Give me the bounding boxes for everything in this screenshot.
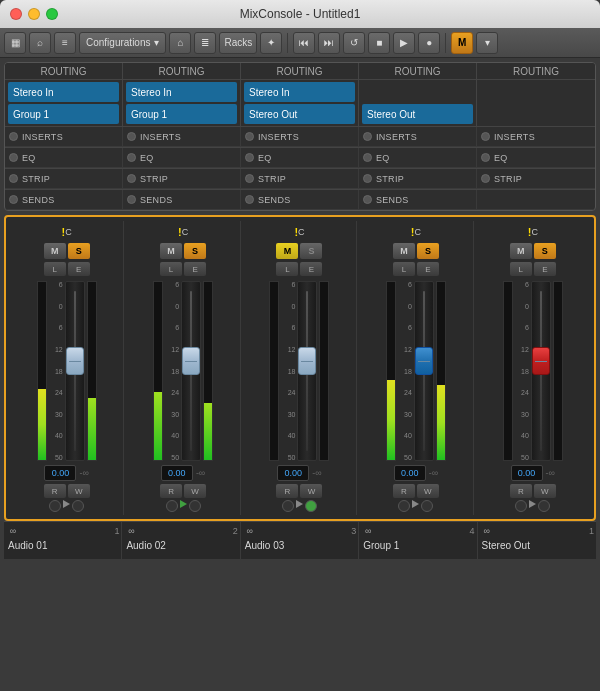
mute-button-5[interactable]: M	[510, 243, 532, 259]
monitor-button-1[interactable]	[63, 500, 70, 508]
monitor-button-5[interactable]	[529, 500, 536, 508]
close-button[interactable]	[10, 8, 22, 20]
write-button-4[interactable]: W	[417, 484, 439, 498]
listen-button-2[interactable]: L	[160, 262, 182, 276]
monitor-button-4[interactable]	[412, 500, 419, 508]
fader-handle-5[interactable]	[532, 347, 550, 375]
fader-handle-3[interactable]	[298, 347, 316, 375]
read-button-1[interactable]: R	[44, 484, 66, 498]
read-button-2[interactable]: R	[160, 484, 182, 498]
solo-button-5[interactable]: S	[534, 243, 556, 259]
fader-value-3[interactable]: 0.00	[277, 465, 309, 481]
solo-button-1[interactable]: S	[68, 243, 90, 259]
listen-button-4[interactable]: L	[393, 262, 415, 276]
rewind-button[interactable]: ⏮	[293, 32, 315, 54]
channel-name-4[interactable]: Group 1	[361, 539, 474, 552]
write-button-3[interactable]: W	[300, 484, 322, 498]
fader-handle-1[interactable]	[66, 347, 84, 375]
grid-view-button[interactable]: ▦	[4, 32, 26, 54]
fader-handle-2[interactable]	[182, 347, 200, 375]
loop-button[interactable]: ↺	[343, 32, 365, 54]
home-button[interactable]: ⌂	[169, 32, 191, 54]
monitor-dot-3[interactable]	[305, 500, 317, 512]
write-button-2[interactable]: W	[184, 484, 206, 498]
monitor-dot-5[interactable]	[538, 500, 550, 512]
expand-button[interactable]: ▾	[476, 32, 498, 54]
record-button[interactable]: ●	[418, 32, 440, 54]
channel-name-3[interactable]: Audio 03	[243, 539, 356, 552]
fader-track-2[interactable]	[181, 281, 201, 461]
routing-slot-4-bot[interactable]: Stereo Out	[362, 104, 473, 124]
fader-track-5[interactable]	[531, 281, 551, 461]
link-icon-4[interactable]: ∞	[361, 524, 375, 538]
link-icon-2[interactable]: ∞	[124, 524, 138, 538]
fader-track-3[interactable]	[297, 281, 317, 461]
listen-button-5[interactable]: L	[510, 262, 532, 276]
configurations-dropdown[interactable]: Configurations ▾	[79, 32, 166, 54]
channel-name-5[interactable]: Stereo Out	[480, 539, 594, 552]
write-button-5[interactable]: W	[534, 484, 556, 498]
monitor-button-3[interactable]	[296, 500, 303, 508]
record-arm-button-1[interactable]	[49, 500, 61, 512]
play-button[interactable]: ▶	[393, 32, 415, 54]
routing-slot-3-top[interactable]: Stereo In	[244, 82, 355, 102]
routing-slot-4-top[interactable]	[362, 82, 473, 102]
routing-slot-5-top[interactable]	[480, 82, 592, 102]
monitor-dot-2[interactable]	[189, 500, 201, 512]
link-icon-3[interactable]: ∞	[243, 524, 257, 538]
edit-button-4[interactable]: E	[417, 262, 439, 276]
solo-button-4[interactable]: S	[417, 243, 439, 259]
channel-name-2[interactable]: Audio 02	[124, 539, 237, 552]
record-arm-button-4[interactable]	[398, 500, 410, 512]
fast-forward-button[interactable]: ⏭	[318, 32, 340, 54]
list-button[interactable]: ≣	[194, 32, 216, 54]
routing-slot-1-top[interactable]: Stereo In	[8, 82, 119, 102]
mute-button-4[interactable]: M	[393, 243, 415, 259]
fader-value-2[interactable]: 0.00	[161, 465, 193, 481]
monitor-dot-1[interactable]	[72, 500, 84, 512]
minimize-button[interactable]	[28, 8, 40, 20]
edit-button-5[interactable]: E	[534, 262, 556, 276]
link-icon-1[interactable]: ∞	[6, 524, 20, 538]
write-button-1[interactable]: W	[68, 484, 90, 498]
read-button-3[interactable]: R	[276, 484, 298, 498]
routing-slot-2-bot[interactable]: Group 1	[126, 104, 237, 124]
mute-button-1[interactable]: M	[44, 243, 66, 259]
fader-value-4[interactable]: 0.00	[394, 465, 426, 481]
record-arm-button-5[interactable]	[515, 500, 527, 512]
routing-slot-2-top[interactable]: Stereo In	[126, 82, 237, 102]
monitor-button-2[interactable]	[180, 500, 187, 508]
fader-handle-4[interactable]	[415, 347, 433, 375]
solo-button-2[interactable]: S	[184, 243, 206, 259]
mute-button-3[interactable]: M	[276, 243, 298, 259]
fader-track-4[interactable]	[414, 281, 434, 461]
record-arm-button-2[interactable]	[166, 500, 178, 512]
mute-button-2[interactable]: M	[160, 243, 182, 259]
routing-slot-5-bot[interactable]	[480, 104, 592, 124]
fader-value-1[interactable]: 0.00	[44, 465, 76, 481]
inserts-label-3: INSERTS	[258, 132, 299, 142]
maximize-button[interactable]	[46, 8, 58, 20]
solo-button-3[interactable]: S	[300, 243, 322, 259]
routing-slot-1-bot[interactable]: Group 1	[8, 104, 119, 124]
star-button[interactable]: ✦	[260, 32, 282, 54]
m-mode-button[interactable]: M	[451, 32, 473, 54]
read-button-4[interactable]: R	[393, 484, 415, 498]
read-button-5[interactable]: R	[510, 484, 532, 498]
search-button[interactable]: ⌕	[29, 32, 51, 54]
edit-button-3[interactable]: E	[300, 262, 322, 276]
edit-button-1[interactable]: E	[68, 262, 90, 276]
fader-value-5[interactable]: 0.00	[511, 465, 543, 481]
fader-track-1[interactable]	[65, 281, 85, 461]
stop-button[interactable]: ■	[368, 32, 390, 54]
routing-slot-3-bot[interactable]: Stereo Out	[244, 104, 355, 124]
document-button[interactable]: ≡	[54, 32, 76, 54]
listen-button-3[interactable]: L	[276, 262, 298, 276]
monitor-dot-4[interactable]	[421, 500, 433, 512]
racks-button[interactable]: Racks	[219, 32, 257, 54]
listen-button-1[interactable]: L	[44, 262, 66, 276]
record-arm-button-3[interactable]	[282, 500, 294, 512]
edit-button-2[interactable]: E	[184, 262, 206, 276]
link-icon-5[interactable]: ∞	[480, 524, 494, 538]
channel-name-1[interactable]: Audio 01	[6, 539, 119, 552]
